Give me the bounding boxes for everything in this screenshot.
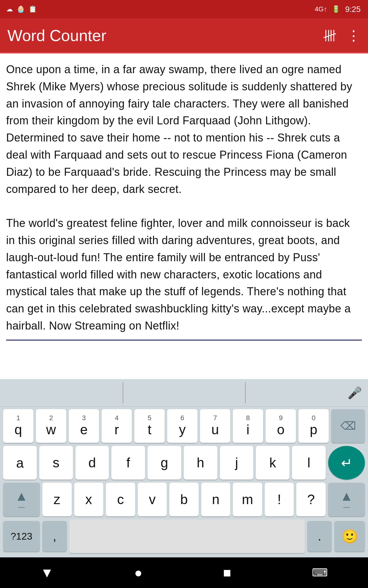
key-b[interactable]: b [169, 483, 199, 516]
shift-left-icon: ▲ [15, 488, 28, 504]
period-label: . [318, 530, 321, 543]
key-c[interactable]: c [106, 483, 135, 516]
more-options-icon[interactable]: ⋮ [347, 27, 361, 44]
key-x[interactable]: x [74, 483, 104, 516]
key-a[interactable]: a [3, 446, 37, 480]
text-editor-area[interactable]: Once upon a time, in a far away swamp, t… [0, 54, 368, 341]
nav-back-icon[interactable]: ▼ [40, 565, 54, 580]
notif-icon-2: 🧁 [17, 5, 25, 13]
emoji-key[interactable]: 🙂 [334, 521, 365, 552]
key-h[interactable]: h [184, 446, 217, 480]
app-title: Word Counter [7, 26, 323, 45]
keyboard: 🎤 1 q 2 w 3 e 4 r 5 t [0, 379, 368, 557]
enter-key[interactable]: ↵ [328, 446, 365, 480]
key-r[interactable]: 4 r [102, 409, 132, 443]
app-bar: Word Counter 𝍸 ⋮ [0, 18, 368, 53]
key-row-1: 1 q 2 w 3 e 4 r 5 t 6 y [3, 409, 365, 443]
fn-label: ?123 [10, 531, 32, 542]
shift-right-key[interactable]: ▲ — [328, 483, 365, 516]
tally-icon[interactable]: 𝍸 [323, 27, 337, 44]
key-g[interactable]: g [148, 446, 181, 480]
toolbar-icons: 𝍸 ⋮ [323, 27, 361, 44]
notification-icons: ☁ 🧁 📋 [6, 0, 37, 18]
backspace-icon: ⌫ [340, 420, 356, 432]
key-row-3: ▲ — z x c v b n m [3, 483, 365, 516]
key-question[interactable]: ? [296, 483, 326, 516]
suggestion-divider-1 [123, 382, 123, 403]
key-n[interactable]: n [201, 483, 231, 516]
status-bar: ☁ 🧁 📋 4G↑ 🔋 9:25 [0, 0, 368, 18]
nav-recents-icon[interactable]: ■ [223, 565, 231, 580]
space-key[interactable] [69, 519, 305, 553]
key-t[interactable]: 5 t [134, 409, 165, 443]
text-cursor-line [6, 340, 362, 341]
key-row-2: a s d f g h j k l [3, 446, 365, 480]
period-key[interactable]: . [307, 521, 332, 552]
key-z[interactable]: z [42, 483, 72, 516]
notif-icon-3: 📋 [29, 5, 37, 13]
nav-home-icon[interactable]: ● [134, 565, 143, 580]
paragraph-2: The world's greatest feline fighter, lov… [6, 217, 351, 332]
nav-keyboard-icon[interactable]: ⌨ [312, 566, 328, 579]
key-row-bottom: ?123 , . 🙂 [3, 519, 365, 553]
key-j[interactable]: j [220, 446, 254, 480]
enter-icon: ↵ [341, 455, 352, 471]
key-y[interactable]: 6 y [167, 409, 197, 443]
key-m[interactable]: m [233, 483, 262, 516]
shift-left-key[interactable]: ▲ — [3, 483, 40, 516]
paragraph-1: Once upon a time, in a far away swamp, t… [6, 63, 352, 195]
key-o[interactable]: 9 o [266, 409, 296, 443]
comma-key[interactable]: , [42, 521, 67, 552]
key-p[interactable]: 0 p [298, 409, 329, 443]
comma-label: , [53, 530, 56, 543]
key-q[interactable]: 1 q [3, 409, 33, 443]
key-v[interactable]: v [138, 483, 167, 516]
keyboard-keys: 1 q 2 w 3 e 4 r 5 t 6 y [0, 407, 368, 557]
key-u[interactable]: 7 u [200, 409, 230, 443]
key-s[interactable]: s [39, 446, 73, 480]
suggestion-bar: 🎤 [0, 379, 368, 407]
status-time: 9:25 [345, 5, 361, 14]
mic-icon[interactable]: 🎤 [347, 386, 362, 400]
fn-key[interactable]: ?123 [3, 521, 40, 552]
signal-icon: 4G↑ [315, 5, 327, 13]
nav-bar: ▼ ● ■ ⌨ [0, 557, 368, 588]
shift-right-icon: ▲ [340, 488, 353, 504]
key-exclamation[interactable]: ! [265, 483, 294, 516]
backspace-key[interactable]: ⌫ [331, 409, 365, 443]
key-e[interactable]: 3 e [69, 409, 99, 443]
key-i[interactable]: 8 i [233, 409, 263, 443]
key-d[interactable]: d [75, 446, 109, 480]
key-w[interactable]: 2 w [36, 409, 66, 443]
emoji-icon: 🙂 [341, 528, 358, 544]
notif-icon-1: ☁ [6, 5, 13, 13]
key-f[interactable]: f [111, 446, 145, 480]
battery-icon: 🔋 [332, 5, 340, 13]
key-k[interactable]: k [256, 446, 289, 480]
text-content: Once upon a time, in a far away swamp, t… [6, 61, 362, 334]
key-l[interactable]: l [292, 446, 326, 480]
suggestion-divider-2 [245, 382, 246, 403]
